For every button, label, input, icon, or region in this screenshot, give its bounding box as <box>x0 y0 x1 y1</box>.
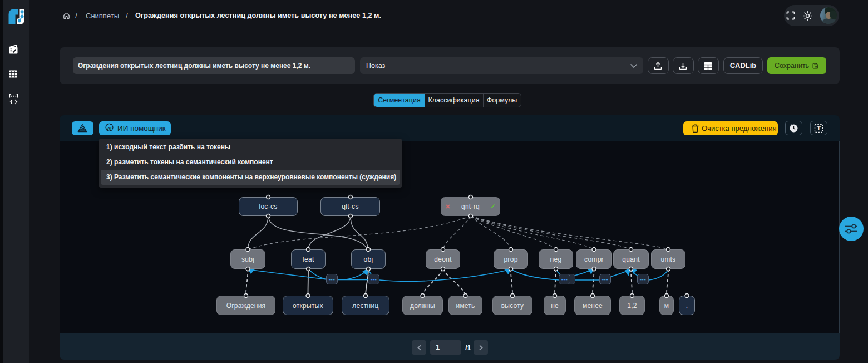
svg-text:T: T <box>817 125 821 131</box>
svg-text:AI: AI <box>107 126 112 131</box>
